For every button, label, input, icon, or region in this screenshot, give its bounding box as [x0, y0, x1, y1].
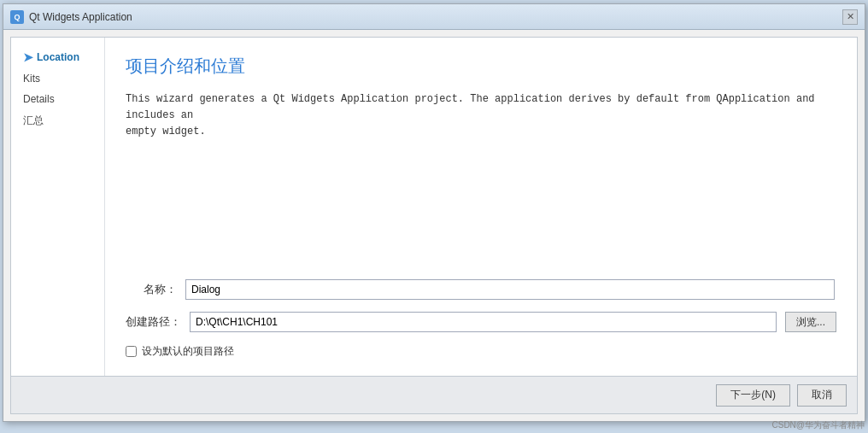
page-title: 项目介绍和位置 [126, 55, 836, 78]
title-bar: Q Qt Widgets Application ✕ [3, 4, 865, 30]
sidebar-item-summary[interactable]: 汇总 [18, 111, 97, 131]
sidebar-item-label-summary: 汇总 [23, 114, 44, 128]
close-button[interactable]: ✕ [842, 9, 858, 25]
browse-button[interactable]: 浏览... [785, 312, 836, 332]
window-title: Qt Widgets Application [29, 11, 132, 23]
name-label: 名称： [126, 282, 177, 297]
content-area: ➤ Location Kits Details 汇总 项目介绍和位置 This … [10, 37, 858, 414]
path-input[interactable] [190, 312, 777, 332]
checkbox-label: 设为默认的项目路径 [142, 344, 234, 359]
bottom-bar: 下一步(N) 取消 [11, 376, 857, 413]
sidebar-item-label-details: Details [23, 93, 55, 105]
description-text: This wizard generates a Qt Widgets Appli… [126, 91, 826, 141]
name-input[interactable] [185, 279, 835, 300]
main-window: Q Qt Widgets Application ✕ ➤ Location Ki… [3, 3, 865, 422]
form-area: 名称： 创建路径： 浏览... 设为默认的项目路径 [126, 262, 836, 359]
checkbox-row: 设为默认的项目路径 [126, 344, 836, 359]
arrow-icon: ➤ [23, 50, 33, 64]
sidebar-item-kits[interactable]: Kits [18, 70, 97, 87]
next-button[interactable]: 下一步(N) [716, 384, 790, 407]
path-row: 创建路径： 浏览... [126, 312, 836, 332]
sidebar-item-details[interactable]: Details [18, 91, 97, 108]
path-label: 创建路径： [126, 314, 181, 330]
sidebar-item-label-kits: Kits [23, 73, 40, 85]
main-content: ➤ Location Kits Details 汇总 项目介绍和位置 This … [11, 38, 857, 376]
sidebar-item-label-location: Location [37, 51, 79, 63]
app-icon: Q [10, 10, 24, 24]
name-row: 名称： [126, 279, 836, 300]
cancel-button[interactable]: 取消 [797, 384, 847, 407]
sidebar-item-location[interactable]: ➤ Location [18, 48, 97, 67]
watermark: CSDN@华为奋斗者精神 [772, 419, 865, 431]
default-path-checkbox[interactable] [126, 346, 137, 357]
sidebar: ➤ Location Kits Details 汇总 [11, 38, 105, 376]
right-panel: 项目介绍和位置 This wizard generates a Qt Widge… [105, 38, 857, 376]
